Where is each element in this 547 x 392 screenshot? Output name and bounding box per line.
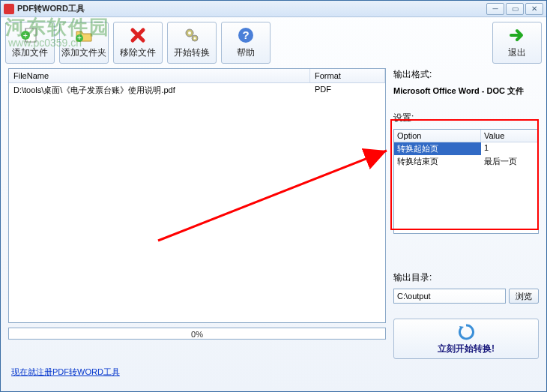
svg-text:?: ? — [242, 28, 249, 41]
left-panel: FileName Format D:\tools\桌面\《电子发票台账》使用说明… — [8, 68, 386, 359]
maximize-button[interactable]: ▭ — [506, 3, 524, 15]
start-now-label: 立刻开始转换! — [438, 343, 495, 355]
start-convert-button[interactable]: 开始转换 — [167, 22, 217, 64]
window-title: PDF转WORD工具 — [17, 3, 486, 14]
settings-row-end-page[interactable]: 转换结束页 最后一页 — [394, 155, 538, 168]
app-icon — [4, 4, 14, 14]
progress-wrap: 0% — [8, 328, 386, 340]
svg-text:+: + — [77, 34, 82, 42]
add-folder-icon: + — [75, 26, 93, 44]
start-now-button[interactable]: 立刻开始转换! — [393, 319, 539, 359]
file-table-header: FileName Format — [9, 69, 385, 83]
help-button[interactable]: ? 帮助 — [221, 22, 271, 64]
help-icon: ? — [237, 26, 255, 44]
file-name-cell: D:\tools\桌面\《电子发票台账》使用说明.pdf — [9, 83, 310, 97]
settings-table[interactable]: Option Value 转换起始页 1 转换结束页 最后一页 — [393, 129, 539, 234]
add-file-icon: + — [21, 26, 39, 44]
gears-icon — [183, 26, 201, 44]
format-header[interactable]: Format — [310, 69, 385, 82]
footer: 现在就注册PDF转WORD工具 — [1, 364, 546, 384]
settings-label: 设置: — [393, 112, 539, 124]
remove-icon — [129, 26, 147, 44]
settings-option-cell: 转换结束页 — [394, 155, 481, 168]
filename-header[interactable]: FileName — [9, 69, 310, 82]
refresh-icon — [457, 323, 475, 341]
right-panel: 输出格式: Microsoft Office Word - DOC 文件 设置:… — [393, 68, 539, 359]
remove-file-button[interactable]: 移除文件 — [113, 22, 163, 64]
add-file-button[interactable]: + 添加文件 — [5, 22, 55, 64]
file-format-cell: PDF — [310, 83, 385, 97]
toolbar: + 添加文件 + 添加文件夹 移除文件 开始转换 ? 帮助 — [1, 17, 546, 68]
remove-file-label: 移除文件 — [120, 46, 156, 59]
settings-header: Option Value — [394, 130, 538, 142]
settings-row-start-page[interactable]: 转换起始页 1 — [394, 142, 538, 155]
help-label: 帮助 — [237, 46, 255, 59]
value-header[interactable]: Value — [481, 130, 538, 142]
exit-label: 退出 — [508, 46, 526, 59]
output-format-label: 输出格式: — [393, 68, 539, 81]
output-format-value: Microsoft Office Word - DOC 文件 — [393, 85, 539, 97]
option-header[interactable]: Option — [394, 130, 481, 142]
output-dir-input[interactable] — [393, 289, 506, 304]
start-convert-label: 开始转换 — [174, 46, 210, 59]
app-window: 河东软件园 www.pc0359.cn PDF转WORD工具 ─ ▭ ✕ + 添… — [0, 0, 547, 392]
exit-icon — [508, 26, 526, 44]
file-table[interactable]: FileName Format D:\tools\桌面\《电子发票台账》使用说明… — [8, 68, 386, 323]
table-row[interactable]: D:\tools\桌面\《电子发票台账》使用说明.pdf PDF — [9, 83, 385, 97]
exit-button[interactable]: 退出 — [492, 22, 542, 64]
svg-point-8 — [194, 37, 196, 40]
browse-button[interactable]: 浏览 — [509, 289, 539, 304]
titlebar: PDF转WORD工具 ─ ▭ ✕ — [1, 1, 546, 17]
close-button[interactable]: ✕ — [525, 3, 543, 15]
settings-option-cell: 转换起始页 — [394, 142, 481, 155]
settings-value-cell[interactable]: 最后一页 — [481, 155, 538, 168]
output-dir-label: 输出目录: — [393, 271, 539, 284]
add-folder-label: 添加文件夹 — [61, 46, 106, 59]
svg-text:+: + — [23, 31, 28, 40]
settings-value-cell[interactable]: 1 — [481, 142, 538, 155]
content-area: FileName Format D:\tools\桌面\《电子发票台账》使用说明… — [1, 68, 546, 364]
progress-percent: 0% — [9, 328, 385, 340]
minimize-button[interactable]: ─ — [486, 3, 504, 15]
add-folder-button[interactable]: + 添加文件夹 — [59, 22, 109, 64]
add-file-label: 添加文件 — [12, 46, 48, 59]
svg-point-6 — [188, 31, 191, 34]
register-link[interactable]: 现在就注册PDF转WORD工具 — [11, 367, 120, 376]
progress-bar: 0% — [8, 328, 386, 340]
